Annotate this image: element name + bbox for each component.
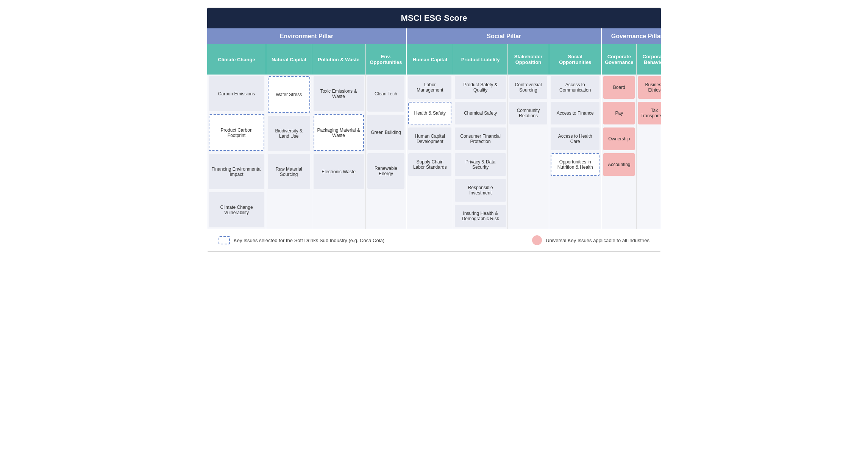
item-cell: Green Building [367,115,404,150]
legend-dashed-box [219,236,230,244]
pillars-row: Environment PillarClimate ChangeCarbon E… [207,28,661,229]
item-cell: Raw Material Sourcing [268,154,310,189]
item-cell [408,179,451,202]
items-list: Product Safety & QualityChemical SafetyC… [453,75,507,229]
category-col: Natural CapitalWater StressBiodiversity … [266,44,312,229]
msci-esg-chart: MSCI ESG Score Environment PillarClimate… [207,8,661,252]
item-cell: Electronic Waste [314,154,364,189]
item-cell [551,179,599,202]
item-cell [314,192,364,227]
category-header: Social Opportunities [549,44,601,75]
item-cell: Carbon Emissions [209,76,264,111]
category-col: Corporate BehaviorBusiness EthicsTax Tra… [637,44,661,229]
items-list: Business EthicsTax Transparency [637,75,661,229]
categories-row-governance: Corporate GovernanceBoardPayOwnershipAcc… [602,44,661,229]
category-header: Climate Change [207,44,266,75]
item-cell [603,179,635,202]
category-col: Pollution & WasteToxic Emissions & Waste… [312,44,366,229]
items-list: Water StressBiodiversity & Land UseRaw M… [266,75,311,229]
items-list: Clean TechGreen BuildingRenewable Energy [366,75,406,229]
legend-dashed-label: Key Issues selected for the Soft Drinks … [234,238,384,243]
category-header: Env. Opportunities [366,44,406,75]
item-cell: Board [603,76,635,99]
items-list: Access to CommunicationAccess to Finance… [549,75,601,229]
category-col: Stakeholder OppositionControversial Sour… [508,44,549,229]
item-cell: Toxic Emissions & Waste [314,76,364,111]
legend-pink-item: Universal Key Issues applicable to all i… [532,235,649,245]
category-header: Corporate Behavior [637,44,661,75]
category-col: Human CapitalLabor ManagementHealth & Sa… [407,44,453,229]
category-col: Corporate GovernanceBoardPayOwnershipAcc… [602,44,637,229]
item-cell: Access to Finance [551,102,599,124]
item-cell: Water Stress [268,76,310,113]
categories-row-social: Human CapitalLabor ManagementHealth & Sa… [407,44,601,229]
item-cell: Community Relations [509,102,547,124]
item-cell: Chemical Safety [455,102,506,124]
chart-title: MSCI ESG Score [207,8,661,28]
item-cell [509,153,547,176]
item-cell [509,179,547,202]
item-cell: Packaging Material & Waste [314,114,364,151]
legend-pink-circle [532,235,542,245]
item-cell: Clean Tech [367,76,404,112]
item-cell: Product Carbon Footprint [209,114,264,151]
item-cell: Business Ethics [638,76,661,99]
pillar-social: Social PillarHuman CapitalLabor Manageme… [407,28,602,229]
category-header: Natural Capital [266,44,311,75]
legend-pink-label: Universal Key Issues applicable to all i… [546,238,649,243]
item-cell: Access to Health Care [551,127,599,150]
category-col: Product LiabilityProduct Safety & Qualit… [453,44,507,229]
category-header: Stakeholder Opposition [508,44,549,75]
item-cell: Pay [603,102,635,124]
item-cell [638,205,661,227]
item-cell: Accounting [603,153,635,176]
item-cell: Human Capital Development [408,127,451,150]
item-cell [268,192,310,227]
item-cell [603,205,635,227]
pillar-header-governance: Governance Pillar [602,28,661,44]
pillar-header-environment: Environment Pillar [207,28,406,44]
item-cell: Supply Chain Labor Standards [408,153,451,176]
item-cell: Ownership [603,127,635,150]
item-cell: Opportunities in Nutrition & Health [551,153,599,176]
items-list: BoardPayOwnershipAccounting [602,75,636,229]
category-col: Social OpportunitiesAccess to Communicat… [549,44,601,229]
items-list: Carbon EmissionsProduct Carbon Footprint… [207,75,266,229]
legend: Key Issues selected for the Soft Drinks … [207,229,661,251]
item-cell [509,127,547,150]
item-cell [408,205,451,227]
legend-dashed-item: Key Issues selected for the Soft Drinks … [219,236,384,244]
category-header: Corporate Governance [602,44,636,75]
item-cell: Tax Transparency [638,102,661,124]
item-cell: Health & Safety [408,102,451,124]
item-cell: Privacy & Data Security [455,153,506,176]
items-list: Controversial SourcingCommunity Relation… [508,75,549,229]
item-cell: Product Safety & Quality [455,76,506,99]
pillar-governance: Governance PillarCorporate GovernanceBoa… [602,28,661,229]
category-col: Climate ChangeCarbon EmissionsProduct Ca… [207,44,266,229]
item-cell: Controversial Sourcing [509,76,547,99]
category-header: Human Capital [407,44,453,75]
item-cell: Consumer Financial Protection [455,127,506,150]
item-cell [638,179,661,202]
item-cell [551,205,599,227]
item-cell [638,153,661,176]
items-list: Labor ManagementHealth & SafetyHuman Cap… [407,75,453,229]
item-cell: Responsible Investment [455,179,506,202]
item-cell: Biodiversity & Land Use [268,116,310,151]
item-cell: Labor Management [408,76,451,99]
item-cell: Climate Change Vulnerability [209,192,264,227]
item-cell: Insuring Health & Demographic Risk [455,205,506,227]
pillar-environment: Environment PillarClimate ChangeCarbon E… [207,28,407,229]
item-cell: Financing Environmental Impact [209,154,264,189]
item-cell: Renewable Energy [367,153,404,189]
items-list: Toxic Emissions & WastePackaging Materia… [312,75,365,229]
pillar-header-social: Social Pillar [407,28,601,44]
category-header: Product Liability [453,44,507,75]
item-cell [509,205,547,227]
item-cell [367,192,404,227]
category-col: Env. OpportunitiesClean TechGreen Buildi… [366,44,406,229]
category-header: Pollution & Waste [312,44,365,75]
item-cell [638,127,661,150]
item-cell: Access to Communication [551,76,599,99]
